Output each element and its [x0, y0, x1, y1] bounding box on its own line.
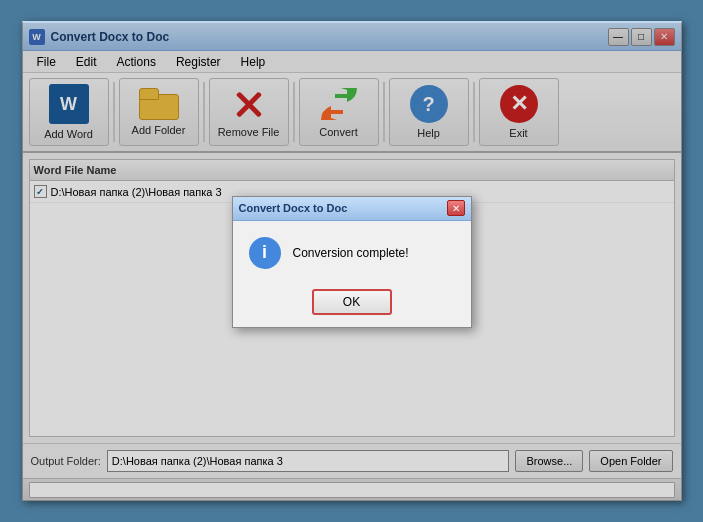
- dialog-title-bar: Convert Docx to Doc ✕: [233, 197, 471, 221]
- dialog-footer: OK: [233, 281, 471, 327]
- dialog-close-button[interactable]: ✕: [447, 200, 465, 216]
- dialog-message: Conversion complete!: [293, 246, 409, 260]
- main-window: W Convert Docx to Doc — □ ✕ File Edit Ac…: [22, 21, 682, 501]
- info-icon: i: [249, 237, 281, 269]
- dialog-overlay: Convert Docx to Doc ✕ i Conversion compl…: [23, 23, 681, 500]
- ok-button[interactable]: OK: [312, 289, 392, 315]
- dialog-box: Convert Docx to Doc ✕ i Conversion compl…: [232, 196, 472, 328]
- dialog-title: Convert Docx to Doc: [239, 202, 348, 214]
- dialog-body: i Conversion complete!: [233, 221, 471, 281]
